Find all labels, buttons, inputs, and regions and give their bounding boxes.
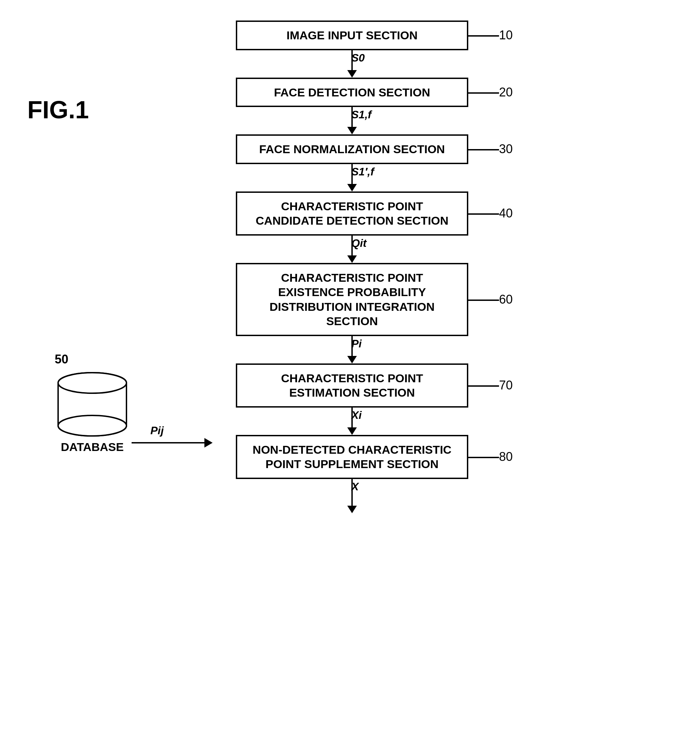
figure-label: FIG.1 <box>27 96 89 124</box>
block-probability-distribution: CHARACTERISTIC POINT EXISTENCE PROBABILI… <box>236 263 468 336</box>
ref-10: 10 <box>499 28 513 42</box>
database-group: 50 DATABASE <box>55 369 130 454</box>
block-image-input: IMAGE INPUT SECTION <box>236 21 468 50</box>
block-candidate-detection: CHARACTERISTIC POINT CANDIDATE DETECTION… <box>236 192 468 235</box>
svg-point-5 <box>58 415 126 436</box>
signal-xi: Xi <box>351 409 362 421</box>
database-label: DATABASE <box>55 440 130 454</box>
block-supplement: NON-DETECTED CHARACTERISTIC POINT SUPPLE… <box>236 435 468 479</box>
signal-s0: S0 <box>351 52 365 64</box>
database-icon <box>55 369 130 437</box>
svg-point-8 <box>58 373 126 393</box>
ref-60: 60 <box>499 292 513 307</box>
signal-pi: Pi <box>351 338 362 350</box>
flowchart: IMAGE INPUT SECTION 10 S0 FACE DETECTION… <box>205 21 499 513</box>
signal-s1f: S1,f <box>351 109 372 121</box>
block-estimation: CHARACTERISTIC POINT ESTIMATION SECTION <box>236 363 468 408</box>
ref-80: 80 <box>499 449 513 464</box>
signal-x: X <box>351 481 358 493</box>
signal-s1pf: S1′,f <box>351 165 374 178</box>
block-face-detection: FACE DETECTION SECTION <box>236 77 468 107</box>
block-face-normalization: FACE NORMALIZATION SECTION <box>236 134 468 164</box>
svg-text:Pij: Pij <box>150 424 164 437</box>
ref-40: 40 <box>499 206 513 220</box>
ref-20: 20 <box>499 85 513 100</box>
database-ref: 50 <box>55 352 68 366</box>
ref-70: 70 <box>499 378 513 393</box>
signal-qit: Qit <box>351 237 366 250</box>
ref-30: 30 <box>499 142 513 156</box>
